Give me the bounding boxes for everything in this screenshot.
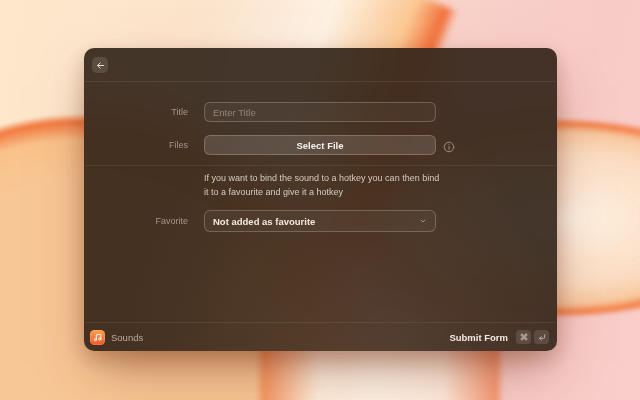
sounds-app-icon	[90, 330, 105, 345]
favorite-description: If you want to bind the sound to a hotke…	[204, 171, 444, 199]
files-field-label: Files	[84, 135, 188, 155]
app-name-label: Sounds	[111, 332, 143, 343]
favorite-dropdown[interactable]: Not added as favourite	[204, 210, 436, 232]
title-field-label: Title	[84, 102, 188, 122]
submit-form-label: Submit Form	[449, 332, 508, 343]
chevron-down-icon	[419, 217, 427, 225]
command-key-icon	[516, 330, 531, 344]
info-icon[interactable]	[443, 139, 455, 151]
favorite-dropdown-value: Not added as favourite	[213, 216, 315, 227]
form-window: Title Files Select File If you want to b…	[84, 48, 557, 351]
arrow-left-icon	[96, 56, 105, 74]
section-divider	[84, 165, 557, 166]
desktop: Title Files Select File If you want to b…	[0, 0, 640, 400]
select-file-button[interactable]: Select File	[204, 135, 436, 155]
select-file-button-label: Select File	[297, 140, 344, 151]
return-key-icon	[534, 330, 549, 344]
window-header	[84, 48, 557, 82]
back-button[interactable]	[92, 57, 108, 73]
submit-form-button[interactable]: Submit Form	[449, 330, 549, 344]
music-note-icon	[93, 328, 102, 346]
footer-bar: Sounds Submit Form	[84, 322, 557, 351]
title-input[interactable]	[204, 102, 436, 122]
favorite-field-label: Favorite	[84, 210, 188, 232]
